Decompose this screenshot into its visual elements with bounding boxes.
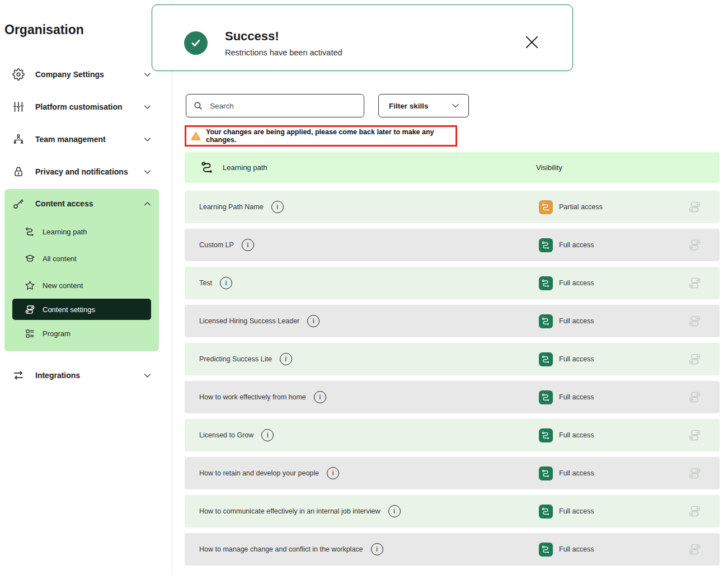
- sidebar-item-learning-path[interactable]: Learning path: [4, 218, 159, 245]
- toast-title: Success!: [225, 29, 279, 44]
- sidebar-item-label: Platform customisation: [35, 102, 143, 111]
- visibility-cell: Full access: [539, 314, 594, 328]
- access-badge: [539, 352, 553, 366]
- close-icon[interactable]: [523, 33, 541, 51]
- access-label: Full access: [559, 355, 594, 363]
- toggles-icon: [25, 304, 35, 315]
- info-icon[interactable]: i: [271, 201, 284, 213]
- sidebar-subitem-label: All content: [43, 254, 77, 263]
- sidebar-subitem-label: New content: [43, 281, 83, 290]
- path-icon: [541, 507, 551, 516]
- info-icon[interactable]: i: [371, 543, 383, 555]
- table-row: Test i Full access: [185, 267, 720, 299]
- visibility-cell: Partial access: [539, 200, 603, 214]
- swap-arrows-icon: [12, 369, 25, 381]
- toggles-icon[interactable]: [687, 505, 702, 518]
- path-icon: [200, 161, 214, 175]
- info-icon[interactable]: i: [261, 429, 274, 441]
- access-badge: [539, 466, 553, 480]
- toast-message: Restrictions have been activated: [225, 48, 342, 57]
- chevron-down-icon: [143, 371, 152, 380]
- row-name: How to work effectively from home: [199, 393, 306, 401]
- row-name: Licensed Hiring Success Leader: [199, 317, 299, 325]
- sidebar-item-new-content[interactable]: New content: [4, 272, 159, 299]
- visibility-cell: Full access: [539, 505, 594, 519]
- sidebar-item-program[interactable]: Program: [4, 320, 159, 347]
- sidebar-item-integrations[interactable]: Integrations: [4, 359, 159, 392]
- lock-icon: [12, 166, 25, 178]
- toggles-icon[interactable]: [687, 238, 702, 252]
- search-input[interactable]: [210, 102, 350, 110]
- toggles-icon[interactable]: [687, 543, 702, 556]
- table-header: Learning path Visibility: [185, 152, 720, 183]
- sidebar-item-content-settings[interactable]: Content settings: [12, 299, 151, 320]
- info-icon[interactable]: i: [307, 315, 320, 327]
- column-header-learning-path: Learning path: [223, 163, 267, 172]
- toggles-icon[interactable]: [687, 314, 702, 328]
- toggles-icon[interactable]: [687, 200, 702, 214]
- sidebar-item-company-settings[interactable]: Company Settings: [4, 58, 159, 91]
- access-badge: [539, 238, 553, 252]
- row-name: Custom LP: [199, 241, 234, 249]
- search-icon: [193, 101, 203, 111]
- info-icon[interactable]: i: [327, 467, 339, 479]
- path-icon: [541, 279, 551, 288]
- table-row: Licensed to Grow i Full access: [185, 419, 720, 451]
- row-name: How to retain and develop your people: [199, 469, 319, 477]
- toggles-icon[interactable]: [687, 390, 702, 404]
- access-label: Partial access: [559, 203, 603, 211]
- sidebar-item-all-content[interactable]: All content: [4, 245, 159, 272]
- row-name: Test: [199, 279, 212, 287]
- row-name: Learning Path Name: [199, 203, 264, 211]
- sidebar-nav: Company Settings Platform customisation …: [4, 58, 159, 392]
- path-icon: [541, 317, 551, 326]
- info-icon[interactable]: i: [280, 353, 292, 365]
- access-badge: [539, 390, 553, 404]
- filter-skills-dropdown[interactable]: Filter skills: [378, 94, 469, 117]
- row-name: How to communicate effectively in an int…: [199, 507, 381, 515]
- chevron-down-icon: [143, 135, 152, 144]
- toggles-icon[interactable]: [687, 276, 702, 290]
- sidebar-item-privacy-notifications[interactable]: Privacy and notifications: [4, 155, 159, 188]
- toggles-icon[interactable]: [687, 352, 702, 366]
- chevron-down-icon: [143, 167, 152, 177]
- sidebar-item-team-management[interactable]: Team management: [4, 123, 159, 155]
- sidebar-item-platform-customisation[interactable]: Platform customisation: [4, 91, 159, 123]
- path-icon: [541, 355, 551, 364]
- access-badge: [539, 505, 553, 519]
- info-icon[interactable]: i: [388, 505, 401, 517]
- warning-message: Your changes are being applied, please c…: [206, 128, 450, 144]
- sidebar-item-label: Content access: [35, 199, 143, 208]
- table-row: Predicting Success Lite i Full access: [185, 343, 720, 375]
- table-row: How to manage change and conflict in the…: [185, 533, 720, 565]
- table-rows: Learning Path Name i Partial access Cust…: [185, 191, 720, 565]
- team-icon: [12, 133, 25, 145]
- visibility-cell: Full access: [539, 390, 594, 404]
- gear-icon: [12, 68, 25, 81]
- sidebar-subitem-label: Learning path: [43, 228, 87, 236]
- sidebar-item-label: Company Settings: [35, 70, 143, 79]
- info-icon[interactable]: i: [242, 239, 254, 251]
- sidebar-item-content-access[interactable]: Content access: [4, 189, 159, 218]
- chevron-up-icon: [143, 199, 152, 209]
- path-icon: [541, 393, 551, 402]
- visibility-cell: Full access: [539, 466, 594, 480]
- path-icon: [541, 202, 551, 212]
- access-label: Full access: [559, 279, 594, 287]
- info-icon[interactable]: i: [220, 277, 232, 289]
- toggles-icon[interactable]: [687, 466, 702, 480]
- learning-path-table: Learning path Visibility Learning Path N…: [185, 152, 720, 571]
- table-row: Learning Path Name i Partial access: [185, 191, 720, 223]
- sliders-icon: [12, 101, 25, 113]
- visibility-cell: Full access: [539, 276, 594, 290]
- page-title: Organisation: [4, 22, 84, 37]
- access-badge: [539, 276, 553, 290]
- path-icon: [541, 241, 551, 250]
- table-row: Licensed Hiring Success Leader i Full ac…: [185, 305, 720, 337]
- access-badge: [539, 428, 553, 442]
- access-label: Full access: [559, 393, 594, 401]
- toggles-icon[interactable]: [687, 428, 702, 442]
- access-label: Full access: [559, 545, 594, 553]
- info-icon[interactable]: i: [314, 391, 326, 403]
- warning-triangle-icon: [190, 131, 201, 142]
